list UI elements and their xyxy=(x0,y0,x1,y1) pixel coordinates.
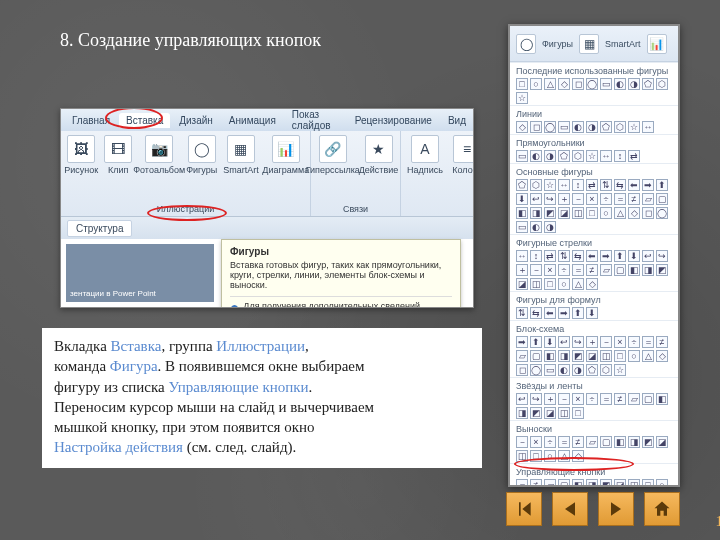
shape-swatch: ≠ xyxy=(530,479,542,487)
tooltip-body: Вставка готовых фигур, таких как прямоуг… xyxy=(230,260,452,290)
shape-swatch: ↔ xyxy=(600,150,612,162)
shape-swatch: ➡ xyxy=(516,336,528,348)
shape-swatch: ○ xyxy=(656,479,668,487)
shape-swatch: ◑ xyxy=(544,221,556,233)
shape-category-label: Линии xyxy=(516,109,672,119)
shape-swatch: □ xyxy=(530,450,542,462)
shape-category: Линии◇◻◯▭◐◑⬠⬡☆↔ xyxy=(510,105,678,134)
picture-icon: 🖼 xyxy=(67,135,95,163)
shape-swatch: ▭ xyxy=(516,221,528,233)
structure-tab: Структура xyxy=(67,220,132,237)
shape-swatch: ☆ xyxy=(614,364,626,376)
shape-category-label: Блок-схема xyxy=(516,324,672,334)
nav-next-button[interactable] xyxy=(598,492,634,526)
shape-swatch: ÷ xyxy=(586,393,598,405)
shape-swatch: ◨ xyxy=(530,207,542,219)
shape-swatch: ↪ xyxy=(544,193,556,205)
shape-swatch: ◫ xyxy=(572,207,584,219)
shape-swatch: ◇ xyxy=(656,350,668,362)
shape-swatch: ◐ xyxy=(530,221,542,233)
shape-swatch: ⇆ xyxy=(614,179,626,191)
thumb-caption: зентации в Power Point xyxy=(70,289,156,298)
shape-swatch: ▱ xyxy=(516,350,528,362)
tooltip-title: Фигуры xyxy=(230,246,452,257)
shape-swatch: ↪ xyxy=(656,250,668,262)
shapes-icon: ◯ xyxy=(188,135,216,163)
cmd-picture: 🖼Рисунок xyxy=(64,135,98,175)
shape-swatch: ↩ xyxy=(558,336,570,348)
shape-swatch: － xyxy=(558,393,570,405)
shape-swatch: ＋ xyxy=(558,193,570,205)
shape-swatch: ⬅ xyxy=(586,250,598,262)
shape-swatch: ◪ xyxy=(586,350,598,362)
nav-first-button[interactable] xyxy=(506,492,542,526)
shape-swatch: ◑ xyxy=(544,150,556,162)
cmd-textbox: AНадпись xyxy=(407,135,443,175)
shape-swatch: ▭ xyxy=(600,78,612,90)
shape-swatch: ▢ xyxy=(642,393,654,405)
shape-swatch: ↕ xyxy=(572,179,584,191)
help-icon: ? xyxy=(230,305,239,308)
nav-home-button[interactable] xyxy=(644,492,680,526)
shape-swatch: ◩ xyxy=(600,479,612,487)
shape-swatch: ↔ xyxy=(642,121,654,133)
shape-category: Прямоугольники▭◐◑⬠⬡☆↔↕⇄ xyxy=(510,134,678,163)
shape-grid: ⇅⇆⬅➡⬆⬇ xyxy=(516,307,672,319)
shape-swatch: － xyxy=(600,336,612,348)
shape-swatch: ○ xyxy=(600,207,612,219)
shape-swatch: ▢ xyxy=(656,193,668,205)
shape-swatch: ⇆ xyxy=(530,307,542,319)
shape-swatch: ◧ xyxy=(572,479,584,487)
shape-swatch: ⬡ xyxy=(656,78,668,90)
shape-swatch: ↔ xyxy=(558,179,570,191)
shape-swatch: ▢ xyxy=(558,479,570,487)
shape-swatch: □ xyxy=(516,78,528,90)
shape-swatch: ➡ xyxy=(600,250,612,262)
tab-review: Рецензирование xyxy=(348,113,439,128)
shape-swatch: △ xyxy=(572,278,584,290)
shape-swatch: ⇅ xyxy=(516,307,528,319)
hyperlink-icon: 🔗 xyxy=(319,135,347,163)
shape-swatch: ◫ xyxy=(516,450,528,462)
tab-view: Вид xyxy=(441,113,473,128)
shape-swatch: ↪ xyxy=(572,336,584,348)
cmd-album: 📷Фотоальбом xyxy=(138,135,180,175)
chart-icon: 📊 xyxy=(272,135,300,163)
shape-swatch: ◪ xyxy=(656,436,668,448)
ribbon-body: 🖼Рисунок 🎞Клип 📷Фотоальбом ◯Фигуры ▦Smar… xyxy=(61,131,473,217)
shapes-gallery-header: ◯Фигуры ▦SmartArt 📊 xyxy=(510,26,678,62)
album-icon: 📷 xyxy=(145,135,173,163)
cmd-hyperlink: 🔗Гиперссылка xyxy=(313,135,353,175)
skip-first-icon xyxy=(514,499,534,519)
home-icon xyxy=(652,499,672,519)
shape-category: Последние использованные фигуры□○△◇◻◯▭◐◑… xyxy=(510,62,678,105)
nav-prev-button[interactable] xyxy=(552,492,588,526)
instruction-text: Вкладка Вставка, группа Иллюстрации, ком… xyxy=(42,328,482,468)
shape-swatch: ◨ xyxy=(628,436,640,448)
shape-grid: ◇◻◯▭◐◑⬠⬡☆↔ xyxy=(516,121,672,133)
shape-swatch: × xyxy=(530,436,542,448)
shape-swatch: ⬡ xyxy=(530,179,542,191)
shape-swatch: ↩ xyxy=(516,393,528,405)
cmd-shapes: ◯Фигуры xyxy=(186,135,217,175)
shape-swatch: ＋ xyxy=(544,393,556,405)
ribbon-tabs: Главная Вставка Дизайн Анимация Показ сл… xyxy=(61,109,473,131)
shape-swatch: ◪ xyxy=(544,407,556,419)
shape-swatch: × xyxy=(614,336,626,348)
shape-category: Основные фигуры⬠⬡☆↔↕⇄⇅⇆⬅➡⬆⬇↩↪＋－×÷＝≠▱▢◧◨◩… xyxy=(510,163,678,234)
shape-swatch: □ xyxy=(614,350,626,362)
shape-swatch: ▭ xyxy=(558,121,570,133)
shape-swatch: ⬆ xyxy=(656,179,668,191)
arrow-left-icon xyxy=(560,499,580,519)
shape-grid: ➡⬆⬇↩↪＋－×÷＝≠▱▢◧◨◩◪◫□○△◇◻◯▭◐◑⬠⬡☆ xyxy=(516,336,672,376)
shape-swatch: ◨ xyxy=(642,264,654,276)
group-links: 🔗Гиперссылка ★Действие Связи xyxy=(311,131,401,216)
shape-swatch: ◩ xyxy=(656,264,668,276)
shape-swatch: ⇄ xyxy=(586,179,598,191)
shape-swatch: ⬇ xyxy=(544,336,556,348)
shape-grid: ▭◐◑⬠⬡☆↔↕⇄ xyxy=(516,150,672,162)
shape-swatch: ÷ xyxy=(628,336,640,348)
shape-swatch: ↩ xyxy=(642,250,654,262)
shape-swatch: ◫ xyxy=(628,479,640,487)
shape-swatch: ⬠ xyxy=(600,121,612,133)
